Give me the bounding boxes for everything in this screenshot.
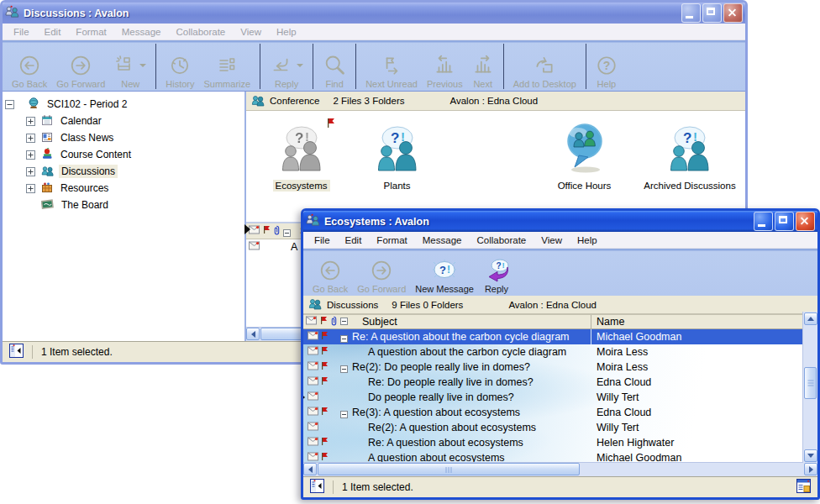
new-message-button[interactable]: ?! New Message (411, 251, 478, 295)
help-button[interactable]: ? Help (591, 43, 622, 90)
message-row[interactable]: A question about ecosystems Michael Good… (303, 450, 802, 462)
vertical-scrollbar[interactable] (802, 312, 817, 463)
tree-item-class-news[interactable]: Class News (3, 129, 244, 146)
expand-box-icon[interactable] (26, 184, 35, 193)
message-row[interactable]: Re(2): A question about ecosystems Willy… (303, 420, 802, 435)
scroll-right-button[interactable] (804, 463, 817, 475)
next-unread-button[interactable]: Next Unread (361, 43, 422, 90)
menu-collaborate[interactable]: Collaborate (469, 234, 534, 246)
expand-box-icon[interactable] (26, 167, 35, 176)
tree-item-resources[interactable]: Resources (3, 180, 244, 197)
collapse-thread-icon[interactable] (340, 333, 348, 341)
menu-edit[interactable]: Edit (338, 234, 370, 246)
toolbar-label: Reply (275, 79, 298, 89)
collapse-panel-icon[interactable] (9, 344, 24, 360)
minimize-button[interactable] (754, 212, 773, 231)
expand-box-icon[interactable] (26, 134, 35, 143)
scroll-thumb[interactable] (804, 367, 817, 399)
menu-help[interactable]: Help (570, 234, 605, 246)
reply-dropdown-caret[interactable] (297, 64, 303, 67)
column-divider[interactable] (591, 315, 591, 328)
menu-file[interactable]: File (307, 234, 338, 246)
reply-button[interactable]: Reply (265, 43, 308, 90)
menu-edit[interactable]: Edit (37, 26, 69, 38)
collapse-all-icon[interactable] (340, 316, 348, 328)
course-icon (28, 97, 39, 112)
minimize-button[interactable] (681, 3, 701, 23)
collapse-box-icon[interactable] (5, 100, 14, 109)
close-button[interactable] (796, 212, 815, 231)
maximize-button[interactable] (775, 212, 794, 231)
window-title: Discussions : Avalon (24, 8, 677, 19)
go-forward-button[interactable]: Go Forward (353, 251, 410, 295)
add-to-desktop-button[interactable]: Add to Desktop (509, 43, 581, 90)
message-row[interactable]: Re(2): Do people really live in domes? M… (303, 360, 802, 375)
current-item-marker (244, 224, 250, 234)
close-button[interactable] (723, 3, 743, 23)
menu-message[interactable]: Message (415, 234, 470, 246)
go-back-button[interactable]: Go Back (308, 251, 352, 295)
board-icon (41, 198, 54, 213)
message-row[interactable]: Re(3): A question about ecosystems Edna … (303, 405, 802, 420)
go-forward-button[interactable]: New Go Forward (52, 43, 109, 90)
menu-view[interactable]: View (233, 26, 269, 38)
subject-column-label[interactable]: Subject (362, 316, 397, 328)
list-column-header[interactable]: Subject Name (303, 314, 802, 329)
horizontal-scrollbar[interactable] (303, 462, 817, 476)
collapse-all-icon[interactable] (283, 228, 291, 235)
history-button[interactable]: History (161, 43, 198, 90)
expand-box-icon[interactable] (26, 117, 35, 126)
message-row[interactable]: Re: A question about ecosystems Helen Hi… (303, 435, 802, 450)
name-column-label[interactable]: Name (597, 316, 624, 328)
tree-item-calendar[interactable]: Calendar (3, 113, 244, 129)
grid-item-plants[interactable]: ?! Plants (349, 121, 445, 192)
previous-button[interactable]: Previous (423, 43, 467, 90)
grid-item-label: Plants (381, 180, 413, 192)
find-button[interactable]: Find (318, 43, 350, 90)
message-row[interactable]: Do people really live in domes? Willy Te… (303, 390, 802, 405)
collapse-thread-icon[interactable] (340, 364, 348, 371)
menu-message[interactable]: Message (114, 26, 169, 38)
menu-file[interactable]: File (6, 26, 37, 38)
menu-format[interactable]: Format (68, 26, 113, 38)
new-dropdown-caret[interactable] (139, 64, 146, 67)
grid-item-ecosystems[interactable]: ?! Ecosystems (253, 121, 350, 192)
expand-box-icon[interactable] (26, 150, 35, 160)
message-row[interactable]: A question about the carbon cycle diagra… (303, 344, 802, 360)
svg-text:?: ? (496, 261, 501, 270)
grid-item-office-hours[interactable]: Office Hours (532, 121, 637, 192)
course-tree: SCI102 - Period 2 Calendar Class News Co… (3, 92, 244, 341)
window-title: Ecosystems : Avalon (324, 216, 749, 228)
tree-item-discussions[interactable]: Discussions (3, 163, 244, 180)
conference-header: Conference 2 Files 3 Folders Avalon : Ed… (246, 92, 745, 111)
menu-view[interactable]: View (534, 234, 570, 246)
tree-item-the-board[interactable]: The Board (3, 197, 244, 213)
office-hours-icon (560, 122, 609, 176)
summarize-button[interactable]: Summarize (200, 43, 255, 90)
menu-format[interactable]: Format (369, 234, 414, 246)
scroll-up-button[interactable] (804, 312, 817, 325)
titlebar[interactable]: Ecosystems : Avalon (303, 211, 817, 232)
scroll-left-button[interactable] (303, 463, 317, 475)
grid-item-archived-discussions[interactable]: ?! Archived Discussions (634, 121, 745, 192)
reply-button[interactable]: ?! Reply (479, 251, 514, 295)
layout-panels-icon[interactable] (796, 479, 811, 496)
menu-collaborate[interactable]: Collaborate (168, 26, 233, 38)
message-row[interactable]: Re: A question about the carbon cycle di… (303, 329, 802, 344)
go-back-button[interactable]: Go Back (8, 43, 51, 90)
maximize-button[interactable] (702, 3, 722, 23)
scroll-thumb[interactable] (318, 463, 580, 475)
menu-help[interactable]: Help (269, 26, 304, 38)
next-button[interactable]: Next (468, 43, 498, 90)
scroll-left-button[interactable] (246, 328, 260, 340)
tree-item-root[interactable]: SCI102 - Period 2 (3, 96, 244, 113)
tree-item-course-content[interactable]: Course Content (3, 146, 244, 163)
collapse-thread-icon[interactable] (340, 409, 348, 417)
collapse-panel-icon[interactable] (310, 479, 324, 496)
tree-item-label: Resources (58, 181, 111, 195)
message-row[interactable]: Re: Do people really live in domes? Edna… (303, 375, 802, 390)
new-button[interactable]: New (110, 43, 150, 90)
scroll-down-button[interactable] (804, 449, 817, 462)
titlebar[interactable]: Discussions : Avalon (3, 3, 745, 24)
message-author: Edna Cloud (597, 376, 651, 388)
